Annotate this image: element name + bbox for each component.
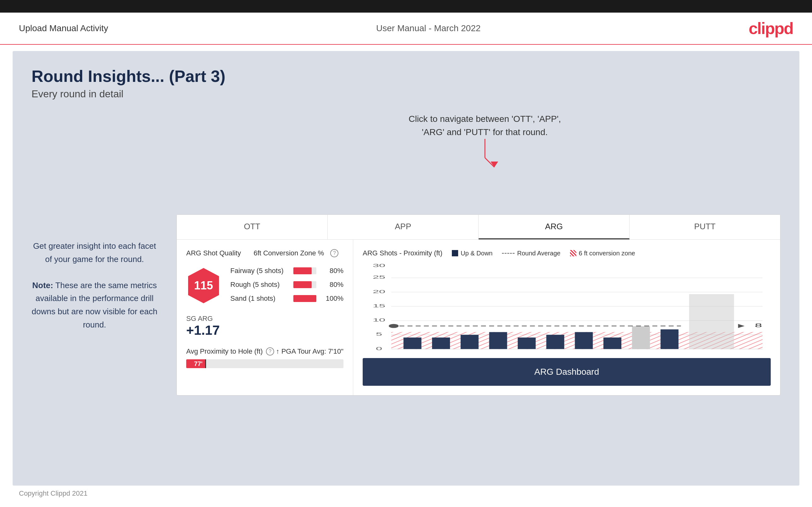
logo: clippd: [749, 19, 793, 38]
tab-arg[interactable]: ARG: [478, 215, 629, 239]
proximity-label: Avg Proximity to Hole (ft) ?: [186, 347, 274, 355]
svg-rect-25: [575, 332, 593, 349]
main-content: Round Insights... (Part 3) Every round i…: [13, 51, 799, 486]
shot-bars: Fairway (5 shots) 80% Rough (5 shots): [230, 267, 344, 308]
svg-rect-29: [689, 294, 734, 349]
sand-pct: 100%: [321, 294, 344, 303]
nav-hint-line2: 'ARG' and 'PUTT' for that round.: [189, 126, 780, 139]
rough-label: Rough (5 shots): [230, 281, 293, 289]
svg-text:20: 20: [373, 289, 385, 294]
footer: Copyright Clippd 2021: [19, 489, 88, 498]
shot-quality-label: ARG Shot Quality: [186, 249, 241, 257]
svg-rect-23: [518, 338, 536, 349]
tab-ott[interactable]: OTT: [177, 215, 328, 239]
top-bar: [0, 0, 812, 13]
svg-rect-24: [546, 335, 564, 349]
document-title: User Manual - March 2022: [376, 23, 480, 34]
proximity-bar-container: 77': [186, 359, 344, 368]
pga-label: ↑ PGA Tour Avg: 7'10": [276, 347, 344, 355]
sand-bar-container: [293, 295, 316, 302]
legend-hatched-icon: [570, 250, 576, 256]
left-panel: ARG Shot Quality 6ft Conversion Zone % ?…: [177, 240, 353, 395]
legend-conversion-zone: 6 ft conversion zone: [570, 250, 635, 257]
page-subtitle: Every round in detail: [32, 88, 780, 100]
rough-pct: 80%: [321, 281, 344, 289]
svg-rect-21: [461, 335, 478, 349]
legend-up-down: Up & Down: [452, 250, 493, 257]
svg-rect-26: [603, 338, 621, 349]
rough-bar-container: [293, 281, 316, 288]
legend-up-down-label: Up & Down: [461, 250, 493, 257]
tab-app[interactable]: APP: [328, 215, 478, 239]
page-title: Round Insights... (Part 3): [32, 67, 780, 86]
svg-text:15: 15: [373, 303, 385, 308]
hexagon-score: 115: [194, 279, 213, 292]
svg-point-31: [389, 324, 399, 328]
content-layout: Get greater insight into each facet of y…: [32, 177, 780, 396]
chart-area: 0 5 10 15 20 25 30: [363, 264, 771, 352]
proximity-cursor: [205, 359, 206, 368]
fairway-pct: 80%: [321, 267, 344, 275]
chart-header: ARG Shots - Proximity (ft) Up & Down Rou…: [363, 249, 771, 257]
legend-square-icon: [452, 250, 458, 256]
panel-body: ARG Shot Quality 6ft Conversion Zone % ?…: [177, 240, 780, 395]
svg-marker-33: [738, 324, 745, 328]
svg-rect-28: [660, 329, 678, 349]
svg-rect-19: [404, 338, 421, 349]
fairway-bar-fill: [293, 267, 312, 274]
legend-dashed-icon: [502, 253, 515, 254]
proximity-info-icon[interactable]: ?: [266, 347, 274, 355]
sand-label: Sand (1 shots): [230, 294, 293, 303]
left-description: Get greater insight into each facet of y…: [32, 177, 158, 331]
hexagon-container: 115 Fairway (5 shots) 80%: [186, 267, 344, 308]
sg-label: SG ARG: [186, 315, 344, 323]
svg-text:0: 0: [376, 346, 382, 351]
dashboard-panel: OTT APP ARG PUTT ARG Shot Qualit: [176, 215, 780, 396]
fairway-label: Fairway (5 shots): [230, 267, 293, 275]
left-note-bold: Note:: [32, 281, 53, 290]
sg-section: SG ARG +1.17: [186, 315, 344, 338]
svg-text:25: 25: [373, 275, 385, 280]
sand-row: Sand (1 shots) 100%: [230, 294, 344, 303]
chart-title: ARG Shots - Proximity (ft): [363, 249, 442, 257]
arg-dashboard-button[interactable]: ARG Dashboard: [363, 358, 771, 386]
svg-text:30: 30: [373, 264, 385, 268]
tabs-container: OTT APP ARG PUTT: [177, 215, 780, 240]
svg-rect-22: [489, 332, 507, 349]
fairway-bar-container: [293, 267, 316, 274]
svg-text:8: 8: [755, 323, 762, 329]
svg-rect-20: [432, 338, 450, 349]
sand-bar-fill: [293, 295, 316, 302]
tab-putt[interactable]: PUTT: [629, 215, 780, 239]
sg-value: +1.17: [186, 323, 344, 338]
conversion-zone-label: 6ft Conversion Zone %: [254, 249, 324, 257]
header: Upload Manual Activity User Manual - Mar…: [0, 13, 812, 45]
upload-label: Upload Manual Activity: [19, 23, 108, 34]
svg-text:5: 5: [376, 332, 382, 337]
rough-row: Rough (5 shots) 80%: [230, 281, 344, 289]
legend-conversion-label: 6 ft conversion zone: [579, 250, 635, 257]
info-icon[interactable]: ?: [330, 249, 339, 257]
legend-round-avg: Round Average: [502, 250, 561, 257]
rough-bar-fill: [293, 281, 312, 288]
proximity-section: Avg Proximity to Hole (ft) ? ↑ PGA Tour …: [186, 347, 344, 368]
proximity-header: Avg Proximity to Hole (ft) ? ↑ PGA Tour …: [186, 347, 344, 355]
chart-svg: 0 5 10 15 20 25 30: [363, 264, 771, 352]
fairway-row: Fairway (5 shots) 80%: [230, 267, 344, 275]
right-panel: ARG Shots - Proximity (ft) Up & Down Rou…: [353, 240, 780, 395]
proximity-value: 77': [194, 360, 203, 368]
panel-header: ARG Shot Quality 6ft Conversion Zone % ?: [186, 249, 344, 257]
score-hexagon: 115: [186, 267, 221, 304]
legend-round-avg-label: Round Average: [517, 250, 561, 257]
nav-hint-line1: Click to navigate between 'OTT', 'APP',: [189, 112, 780, 126]
copyright-text: Copyright Clippd 2021: [19, 489, 88, 497]
svg-text:10: 10: [373, 318, 385, 323]
svg-rect-27: [632, 326, 650, 349]
proximity-bar-fill: 77': [186, 359, 205, 368]
left-text-main: Get greater insight into each facet of y…: [33, 241, 156, 264]
